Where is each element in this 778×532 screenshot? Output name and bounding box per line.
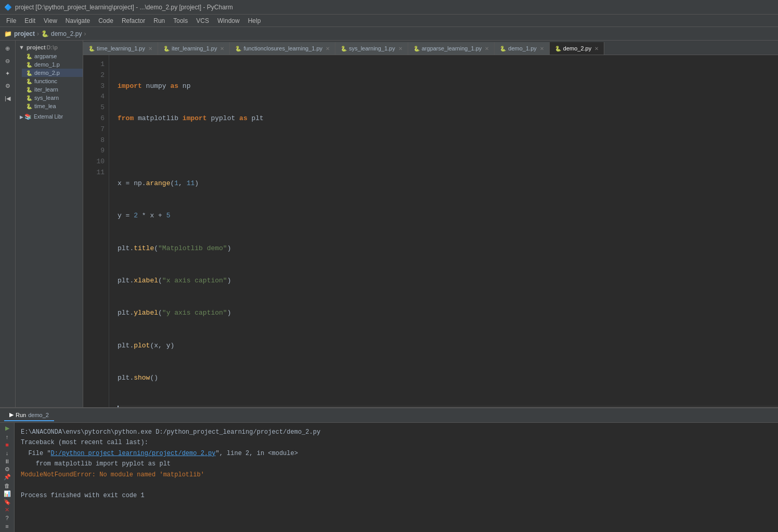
run-rerun-btn[interactable]: ↑	[2, 433, 13, 440]
tab-label: sys_learning_1.py	[349, 45, 395, 51]
menu-item-vcs[interactable]: VCS	[192, 16, 213, 25]
py-file-icon: 🐍	[26, 79, 32, 84]
line-num-5: 5	[83, 102, 105, 113]
run-content-area: ▶ ↑ ■ ↓ ⏸ ⚙ 📌 🗑 📊 🔖 ✕ ? ≡ E:\ANACONDA\en…	[0, 423, 778, 532]
run-chart-btn[interactable]: 📊	[2, 490, 13, 498]
menu-item-navigate[interactable]: Navigate	[61, 16, 94, 25]
ext-lib-label: External Libr	[34, 114, 63, 120]
code-line-3	[118, 146, 778, 157]
menu-item-file[interactable]: File	[2, 16, 20, 25]
tab-file-icon: 🐍	[163, 46, 170, 51]
run-settings-btn[interactable]: ⚙	[2, 465, 13, 473]
tab-label: demo_2.py	[563, 45, 591, 51]
tab-label: iter_learning_1.py	[172, 45, 217, 51]
tree-file-name: time_lea	[34, 103, 56, 109]
run-output-line-error: ModuleNotFoundError: No module named 'ma…	[21, 470, 772, 480]
run-tab-run[interactable]: ▶ Run demo_2	[4, 409, 54, 421]
tab-close-btn[interactable]: ✕	[540, 46, 544, 51]
run-output-line-file: File "D:/python_project_learning/project…	[21, 448, 772, 459]
py-file-icon: 🐍	[26, 54, 32, 59]
run-error-btn[interactable]: ✕	[2, 507, 13, 514]
tree-file-name: iter_learn	[34, 86, 58, 93]
menu-item-run[interactable]: Run	[149, 16, 169, 25]
toolbar-btn-4[interactable]: ⚙	[2, 80, 14, 92]
tab-bar: 🐍 time_learning_1.py ✕ 🐍 iter_learning_1…	[83, 41, 778, 55]
tree-file-demo2[interactable]: 🐍 demo_2.p	[22, 69, 83, 77]
tab-demo1[interactable]: 🐍 demo_1.py ✕	[495, 42, 549, 55]
run-trash-btn[interactable]: 🗑	[2, 482, 13, 489]
tree-file-functionc[interactable]: 🐍 functionc	[22, 77, 83, 85]
tab-label: time_learning_1.py	[97, 45, 145, 51]
tree-file-argparse[interactable]: 🐍 argparse	[22, 52, 83, 60]
tab-close-btn[interactable]: ✕	[326, 46, 330, 51]
tab-file-icon: 🐍	[413, 46, 420, 51]
tab-close-btn[interactable]: ✕	[485, 46, 489, 51]
run-play-btn[interactable]: ▶	[2, 425, 13, 432]
code-line-8: plt.ylabel("y axis caption")	[118, 308, 778, 319]
run-help-btn[interactable]: ?	[2, 515, 13, 522]
code-line-2: from matplotlib import pyplot as plt	[118, 113, 778, 124]
tree-file-demo1[interactable]: 🐍 demo_1.p	[22, 60, 83, 69]
toolbar-btn-5[interactable]: |◀	[2, 93, 14, 104]
code-editor[interactable]: 1 2 3 4 5 6 7 8 9 10 11 import numpy as …	[83, 55, 778, 407]
run-scroll-down-btn[interactable]: ↓	[2, 449, 13, 457]
tab-functionclosures[interactable]: 🐍 functionclosures_learning_1.py ✕	[230, 42, 335, 55]
tree-external-libraries[interactable]: ▶ 📚 External Libr	[16, 112, 83, 121]
tab-argparse-learning[interactable]: 🐍 argparse_learning_1.py ✕	[408, 42, 495, 55]
line-num-10: 10	[83, 157, 105, 167]
tab-close-btn[interactable]: ✕	[148, 46, 152, 51]
titlebar-icon: 🔷	[4, 4, 12, 11]
tab-iter-learning[interactable]: 🐍 iter_learning_1.py ✕	[158, 42, 230, 55]
run-tab-bar: ▶ Run demo_2	[0, 408, 778, 423]
tree-file-sys[interactable]: 🐍 sys_learn	[22, 94, 83, 102]
editor-area: ⊕ ⊖ ✦ ⚙ |◀ ▼ project D:\p 🐍 argparse 🐍 d…	[0, 41, 778, 407]
menu-item-refactor[interactable]: Refactor	[118, 16, 149, 25]
toolbar-btn-3[interactable]: ✦	[2, 68, 14, 79]
py-file-icon: 🐍	[26, 95, 32, 101]
tree-file-name: argparse	[34, 53, 57, 59]
tab-close-btn[interactable]: ✕	[594, 46, 599, 51]
run-bookmark-btn[interactable]: 🔖	[2, 498, 13, 505]
tree-file-name: functionc	[34, 78, 57, 84]
tab-file-icon: 🐍	[341, 46, 347, 51]
breadcrumb-project: project	[14, 30, 35, 37]
line-num-7: 7	[83, 124, 105, 135]
code-line-4: x = np.arange(1, 11)	[118, 178, 778, 189]
tab-sys-learning[interactable]: 🐍 sys_learning_1.py ✕	[335, 42, 408, 55]
menu-item-window[interactable]: Window	[213, 16, 244, 25]
run-stop-btn[interactable]: ■	[2, 441, 13, 448]
line-num-11: 11	[83, 167, 105, 178]
code-line-5: y = 2 * x + 5	[118, 211, 778, 222]
tree-file-time[interactable]: 🐍 time_lea	[22, 102, 83, 110]
menu-item-tools[interactable]: Tools	[169, 16, 192, 25]
code-line-6: plt.title("Matplotlib demo")	[118, 243, 778, 254]
menu-item-edit[interactable]: Edit	[20, 16, 40, 25]
tab-time-learning[interactable]: 🐍 time_learning_1.py ✕	[83, 42, 158, 55]
toolbar-btn-2[interactable]: ⊖	[2, 55, 14, 67]
code-line-9: plt.plot(x, y)	[118, 341, 778, 352]
tree-file-iter[interactable]: 🐍 iter_learn	[22, 85, 83, 94]
tree-expand-icon: ▼	[19, 44, 24, 50]
tab-demo2[interactable]: 🐍 demo_2.py ✕	[550, 42, 604, 55]
run-file-link[interactable]: D:/python_project_learning/project/demo_…	[51, 450, 216, 457]
main-layout: ⊕ ⊖ ✦ ⚙ |◀ ▼ project D:\p 🐍 argparse 🐍 d…	[0, 41, 778, 532]
tab-close-btn[interactable]: ✕	[220, 46, 224, 51]
tree-project-header[interactable]: ▼ project D:\p	[16, 43, 83, 52]
run-terminal-btn[interactable]: ≡	[2, 523, 13, 530]
tab-file-icon: 🐍	[555, 46, 561, 51]
tab-close-btn[interactable]: ✕	[398, 46, 403, 51]
run-pin-btn[interactable]: 📌	[2, 474, 13, 481]
menu-item-help[interactable]: Help	[244, 16, 265, 25]
code-line-10: plt.show()	[118, 373, 778, 384]
breadcrumb-file: demo_2.py	[51, 30, 82, 37]
breadcrumb-folder-icon: 📁	[4, 30, 12, 37]
code-content[interactable]: import numpy as np from matplotlib impor…	[109, 55, 778, 407]
run-pause-btn[interactable]: ⏸	[2, 458, 13, 465]
code-line-1: import numpy as np	[118, 81, 778, 92]
toolbar-btn-1[interactable]: ⊕	[2, 43, 14, 54]
menu-item-view[interactable]: View	[40, 16, 61, 25]
tree-project-label: project	[27, 44, 46, 50]
menu-item-code[interactable]: Code	[94, 16, 118, 25]
line-num-6: 6	[83, 113, 105, 124]
titlebar-text: project [D:\python_project_learning\proj…	[15, 4, 233, 11]
